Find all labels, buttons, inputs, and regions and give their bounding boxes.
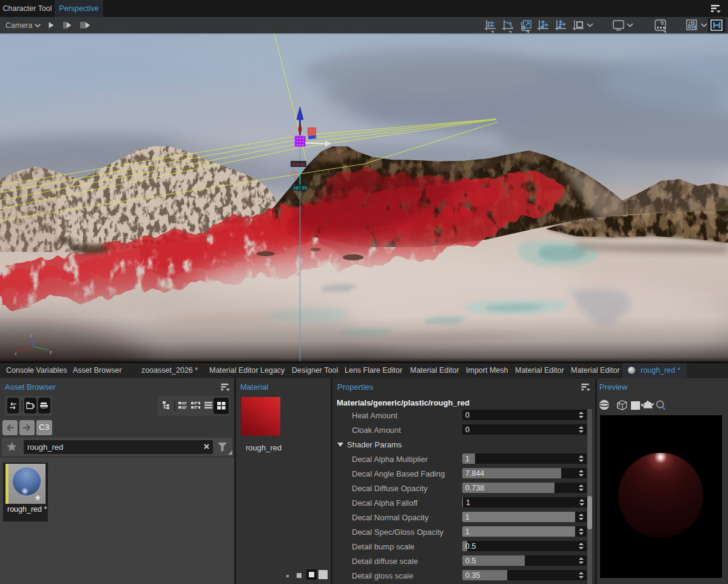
svg-text:z: z	[30, 333, 32, 338]
svg-text:167.99: 167.99	[293, 185, 307, 191]
svg-text:y: y	[50, 350, 52, 355]
svg-text:344.87: 344.87	[292, 161, 306, 167]
svg-text:x: x	[15, 351, 17, 356]
